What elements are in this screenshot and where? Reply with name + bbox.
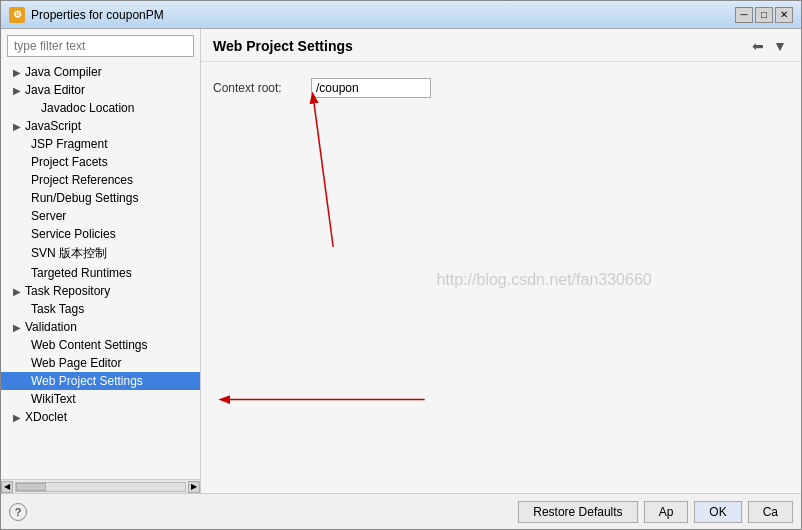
window-controls: ─ □ ✕ xyxy=(735,7,793,23)
context-root-label: Context root: xyxy=(213,81,303,95)
tree-item-label: Web Project Settings xyxy=(31,374,143,388)
tree-item-task-repository[interactable]: ▶Task Repository xyxy=(1,282,200,300)
arrow-overlay xyxy=(201,62,801,493)
tree-item-java-editor[interactable]: ▶Java Editor xyxy=(1,81,200,99)
tree-item-javadoc-location[interactable]: Javadoc Location xyxy=(1,99,200,117)
expand-arrow-icon: ▶ xyxy=(13,67,21,78)
right-header: Web Project Settings ⬅ ▼ xyxy=(201,29,801,62)
cancel-button[interactable]: Ca xyxy=(748,501,793,523)
tree-item-project-references[interactable]: Project References xyxy=(1,171,200,189)
tree-item-label: Java Editor xyxy=(25,83,85,97)
minimize-button[interactable]: ─ xyxy=(735,7,753,23)
scroll-left-button[interactable]: ◀ xyxy=(1,481,13,493)
tree-item-label: Java Compiler xyxy=(25,65,102,79)
tree-item-jsp-fragment[interactable]: JSP Fragment xyxy=(1,135,200,153)
header-toolbar: ⬅ ▼ xyxy=(749,37,789,55)
tree-item-label: Server xyxy=(31,209,66,223)
right-panel-title: Web Project Settings xyxy=(213,38,353,54)
tree-item-label: Targeted Runtimes xyxy=(31,266,132,280)
tree-item-label: Service Policies xyxy=(31,227,116,241)
tree-container[interactable]: ▶Java Compiler▶Java EditorJavadoc Locati… xyxy=(1,63,200,479)
right-panel: Web Project Settings ⬅ ▼ Context root: h… xyxy=(201,29,801,493)
window-title: Properties for couponPM xyxy=(31,8,164,22)
tree-item-label: Javadoc Location xyxy=(41,101,134,115)
properties-window: ⚙ Properties for couponPM ─ □ ✕ ▶Java Co… xyxy=(0,0,802,530)
tree-item-label: JavaScript xyxy=(25,119,81,133)
scroll-thumb[interactable] xyxy=(16,483,46,491)
svg-line-1 xyxy=(313,94,333,247)
watermark-text: http://blog.csdn.net/fan330660 xyxy=(436,270,651,288)
tree-item-server[interactable]: Server xyxy=(1,207,200,225)
main-content: ▶Java Compiler▶Java EditorJavadoc Locati… xyxy=(1,29,801,493)
back-button[interactable]: ⬅ xyxy=(749,37,767,55)
help-button[interactable]: ? xyxy=(9,503,27,521)
tree-item-label: Run/Debug Settings xyxy=(31,191,138,205)
tree-item-xdoclet[interactable]: ▶XDoclet xyxy=(1,408,200,426)
apply-button[interactable]: Ap xyxy=(644,501,689,523)
tree-item-label: WikiText xyxy=(31,392,76,406)
maximize-button[interactable]: □ xyxy=(755,7,773,23)
dropdown-button[interactable]: ▼ xyxy=(771,37,789,55)
window-icon: ⚙ xyxy=(9,7,25,23)
left-panel: ▶Java Compiler▶Java EditorJavadoc Locati… xyxy=(1,29,201,493)
footer-left: ? xyxy=(9,503,512,521)
bottom-bar: ? Restore Defaults Ap OK Ca xyxy=(1,493,801,529)
tree-item-label: SVN 版本控制 xyxy=(31,245,107,262)
expand-arrow-icon: ▶ xyxy=(13,85,21,96)
expand-arrow-icon: ▶ xyxy=(13,121,21,132)
tree-item-label: Web Content Settings xyxy=(31,338,148,352)
context-root-row: Context root: xyxy=(213,78,789,98)
tree-item-targeted-runtimes[interactable]: Targeted Runtimes xyxy=(1,264,200,282)
tree-item-label: Web Page Editor xyxy=(31,356,122,370)
scroll-track[interactable] xyxy=(15,482,186,492)
tree-item-label: Project References xyxy=(31,173,133,187)
tree-item-label: Project Facets xyxy=(31,155,108,169)
right-body: Context root: http://blog.csdn.net/fan33… xyxy=(201,62,801,493)
tree-item-project-facets[interactable]: Project Facets xyxy=(1,153,200,171)
title-bar-left: ⚙ Properties for couponPM xyxy=(9,7,164,23)
tree-item-wikitext[interactable]: WikiText xyxy=(1,390,200,408)
tree-item-javascript[interactable]: ▶JavaScript xyxy=(1,117,200,135)
tree-item-label: Task Tags xyxy=(31,302,84,316)
context-root-input[interactable] xyxy=(311,78,431,98)
tree-item-run-debug-settings[interactable]: Run/Debug Settings xyxy=(1,189,200,207)
expand-arrow-icon: ▶ xyxy=(13,286,21,297)
scroll-right-button[interactable]: ▶ xyxy=(188,481,200,493)
horizontal-scrollbar[interactable]: ◀ ▶ xyxy=(1,479,200,493)
tree-item-web-project-settings[interactable]: Web Project Settings xyxy=(1,372,200,390)
ok-button[interactable]: OK xyxy=(694,501,741,523)
expand-arrow-icon: ▶ xyxy=(13,322,21,333)
tree-item-task-tags[interactable]: Task Tags xyxy=(1,300,200,318)
tree-item-validation[interactable]: ▶Validation xyxy=(1,318,200,336)
tree-item-label: Task Repository xyxy=(25,284,110,298)
restore-defaults-button[interactable]: Restore Defaults xyxy=(518,501,637,523)
tree-item-label: Validation xyxy=(25,320,77,334)
tree-item-service-policies[interactable]: Service Policies xyxy=(1,225,200,243)
tree-item-web-page-editor[interactable]: Web Page Editor xyxy=(1,354,200,372)
tree-item-label: JSP Fragment xyxy=(31,137,107,151)
expand-arrow-icon: ▶ xyxy=(13,412,21,423)
tree-item-web-content-settings[interactable]: Web Content Settings xyxy=(1,336,200,354)
title-bar: ⚙ Properties for couponPM ─ □ ✕ xyxy=(1,1,801,29)
close-button[interactable]: ✕ xyxy=(775,7,793,23)
filter-input[interactable] xyxy=(7,35,194,57)
tree-item-java-compiler[interactable]: ▶Java Compiler xyxy=(1,63,200,81)
tree-item-label: XDoclet xyxy=(25,410,67,424)
tree-item-svn[interactable]: SVN 版本控制 xyxy=(1,243,200,264)
